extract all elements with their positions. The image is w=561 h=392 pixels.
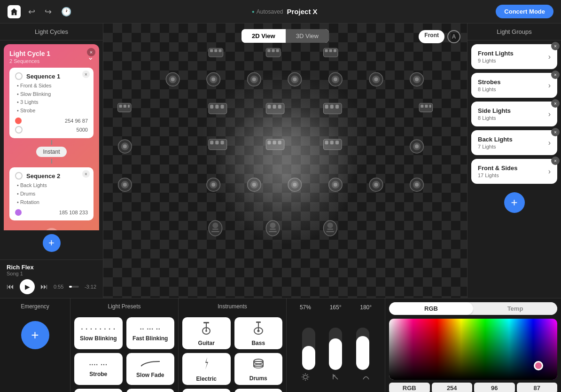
svg-line-125 xyxy=(307,375,308,376)
main-area: Light Cycles × Light Cycle 1 2 Sequences… xyxy=(0,24,561,298)
lg-strobes-close[interactable]: × xyxy=(551,71,560,79)
svg-line-124 xyxy=(307,379,308,380)
light-group-front-lights[interactable]: × Front Lights 9 Lights › xyxy=(471,44,557,69)
lg-back-close[interactable]: × xyxy=(551,128,560,136)
slider-2[interactable] xyxy=(329,328,342,370)
tab-rgb[interactable]: RGB xyxy=(389,302,473,315)
seq-2-radio[interactable] xyxy=(15,172,23,180)
light-group-front-sides[interactable]: × Front & Sides 17 Lights › xyxy=(471,159,557,184)
progress-fill xyxy=(69,286,72,288)
strobe-icon: ···· ··· xyxy=(89,361,108,368)
instrument-guitar[interactable]: Guitar xyxy=(182,317,231,349)
slider-3-track xyxy=(356,328,369,370)
slider-1-label: 57% xyxy=(300,304,311,311)
light-presets-label: Light Presets xyxy=(70,298,178,314)
history-button[interactable]: 🕐 xyxy=(59,5,73,19)
svg-rect-11 xyxy=(334,49,336,52)
play-button[interactable]: ▶ xyxy=(20,279,35,294)
instruments-section: Instruments Guitar Bass Electric xyxy=(179,298,287,392)
svg-point-104 xyxy=(180,63,390,235)
svg-rect-3 xyxy=(218,49,221,52)
brightness-icon xyxy=(294,373,317,383)
home-button[interactable] xyxy=(8,5,21,18)
cycle-close-button[interactable]: × xyxy=(87,48,95,56)
emergency-button[interactable]: + xyxy=(21,321,49,349)
add-sequence-button[interactable]: + xyxy=(44,228,59,230)
tab-temp[interactable]: Temp xyxy=(473,302,557,315)
tab-2d-view[interactable]: 2D View xyxy=(242,29,286,43)
seq-1-color-value: 254 96 87 xyxy=(65,118,88,124)
seq-1-meta: Front & Sides Slow Blinking 3 Lights Str… xyxy=(15,82,88,115)
view-tabs: 2D View 3D View xyxy=(242,29,329,43)
cycle-card-header: Light Cycle 1 2 Sequences ⌄ xyxy=(9,50,94,64)
preset-grid: · · · · · · · · Slow Blinking ·· ··· ·· … xyxy=(70,314,178,392)
svg-rect-10 xyxy=(329,49,332,52)
arc-icon xyxy=(354,373,378,383)
preset-strobe[interactable]: ···· ··· Strobe xyxy=(74,353,123,385)
lg-frontsides-name: Front & Sides xyxy=(478,165,518,172)
sequence-2: × Sequence 2 Back Lights Drums Rotation … xyxy=(9,167,94,220)
prev-button[interactable]: ⏮ xyxy=(7,282,14,291)
presets-section: Light Presets · · · · · · · · Slow Blink… xyxy=(70,298,179,392)
redo-button[interactable]: ↪ xyxy=(43,5,54,19)
bottom-panel: Emergency + Light Presets · · · · · · · … xyxy=(0,298,561,392)
transition-badge[interactable]: Instant xyxy=(36,147,66,157)
preset-fast-fade[interactable]: Fast Fade xyxy=(74,389,123,392)
preset-fast-blinking[interactable]: ·· ··· ·· Fast Blinking xyxy=(126,317,175,349)
fast-blinking-icon: ·· ··· ·· xyxy=(140,325,161,333)
slider-3[interactable] xyxy=(356,328,369,370)
instrument-trumpet[interactable]: Trumpet xyxy=(182,389,231,392)
rgb-tabs: RGB Temp xyxy=(389,302,557,315)
next-button[interactable]: ⏭ xyxy=(40,282,48,291)
sequence-1-close[interactable]: × xyxy=(82,71,90,78)
fast-blinking-label: Fast Blinking xyxy=(132,335,168,342)
lg-front-count: 9 Lights xyxy=(478,58,514,63)
rgb-g-value[interactable]: 96 xyxy=(474,383,515,392)
svg-point-113 xyxy=(257,329,259,332)
instrument-triangle[interactable]: Triangle xyxy=(234,389,283,392)
light-group-side-lights[interactable]: × Side Lights 8 Lights › xyxy=(471,102,557,126)
svg-point-29 xyxy=(374,78,378,81)
progress-bar[interactable] xyxy=(69,286,79,288)
total-time: -3:12 xyxy=(85,284,96,290)
color-picker[interactable] xyxy=(389,319,557,380)
sliders-section: 57% 165° 180° xyxy=(287,298,385,392)
preset-slow-fade[interactable]: Slow Fade xyxy=(126,353,175,385)
light-group-back-lights[interactable]: × Back Lights 7 Lights › xyxy=(471,130,557,155)
seq-1-time-row: 5000 xyxy=(15,126,88,133)
color-picker-gradient xyxy=(389,319,557,380)
emergency-label: Emergency xyxy=(21,298,49,314)
lg-front-close[interactable]: × xyxy=(551,42,560,50)
svg-rect-36 xyxy=(128,105,130,108)
instrument-bass[interactable]: Bass xyxy=(234,317,283,349)
preset-rotation[interactable]: ↻ Rotation xyxy=(126,389,175,392)
tab-3d-view[interactable]: 3D View xyxy=(286,29,329,43)
svg-rect-52 xyxy=(429,105,431,108)
rgb-b-value[interactable]: 87 xyxy=(517,383,558,392)
concert-mode-button[interactable]: Concert Mode xyxy=(496,5,553,18)
instrument-drums[interactable]: Drums xyxy=(234,353,283,385)
seq-2-meta: Back Lights Drums Rotation xyxy=(15,181,88,206)
preset-slow-blinking[interactable]: · · · · · · · · Slow Blinking xyxy=(74,317,123,349)
lg-frontsides-close[interactable]: × xyxy=(551,157,560,165)
sequence-2-close[interactable]: × xyxy=(82,170,90,178)
slider-1[interactable] xyxy=(302,328,315,370)
add-group-button[interactable]: + xyxy=(504,192,525,213)
a-badge: A xyxy=(447,30,460,43)
seq-1-radio[interactable] xyxy=(15,72,23,80)
lg-side-close[interactable]: × xyxy=(551,99,560,108)
svg-point-55 xyxy=(123,144,127,148)
add-group-wrap: + xyxy=(468,188,561,218)
light-group-strobes[interactable]: × Strobes 8 Lights › xyxy=(471,73,557,98)
electric-icon xyxy=(201,356,212,373)
song-subtitle: Song 1 xyxy=(7,271,96,276)
undo-button[interactable]: ↩ xyxy=(26,5,37,19)
svg-point-93 xyxy=(212,222,218,228)
project-title: Project X xyxy=(287,8,318,16)
rgb-r-value[interactable]: 254 xyxy=(432,383,473,392)
cycle-card: × Light Cycle 1 2 Sequences ⌄ × Sequence… xyxy=(4,44,99,230)
instrument-electric[interactable]: Electric xyxy=(182,353,231,385)
add-cycle-button[interactable]: + xyxy=(43,234,61,252)
svg-point-91 xyxy=(415,183,419,187)
lg-frontsides-count: 17 Lights xyxy=(478,172,518,178)
